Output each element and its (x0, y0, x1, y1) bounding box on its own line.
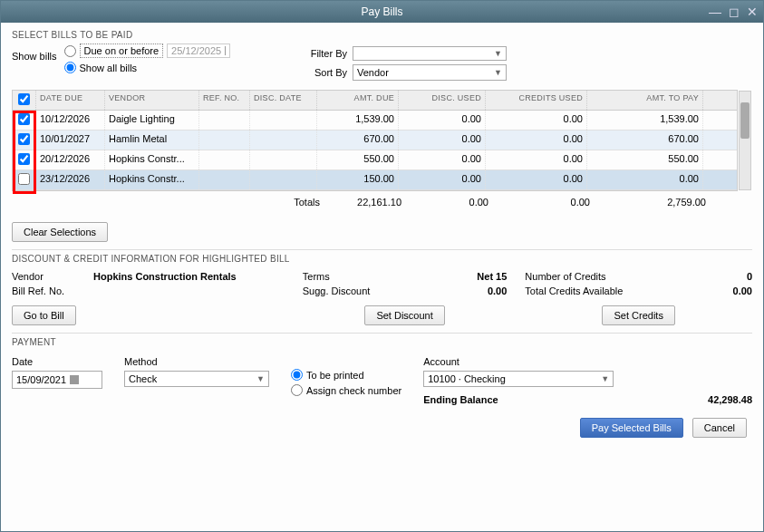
chevron-down-icon: ▼ (601, 374, 609, 383)
sort-by-dropdown[interactable]: Vendor▼ (353, 64, 507, 81)
row-checkbox[interactable] (18, 153, 30, 165)
chevron-down-icon: ▼ (494, 49, 502, 58)
filter-by-label: Filter By (302, 48, 347, 59)
pay-bills-window: Pay Bills — ◻ ✕ SELECT BILLS TO BE PAID … (0, 0, 764, 532)
table-row[interactable]: 10/01/2027 Hamlin Metal 670.00 0.00 0.00… (13, 131, 737, 150)
chevron-down-icon: ▼ (494, 68, 502, 77)
totals-row: Totals 22,161.10 0.00 0.00 2,759.00 (12, 191, 752, 213)
account-dropdown[interactable]: 10100 · Checking▼ (423, 371, 614, 387)
chevron-down-icon: ▼ (256, 374, 265, 383)
vertical-scrollbar[interactable] (739, 91, 751, 190)
maximize-icon[interactable]: ◻ (729, 5, 740, 19)
go-to-bill-button[interactable]: Go to Bill (12, 305, 76, 325)
table-row[interactable]: 10/12/2026 Daigle Lighting 1,539.00 0.00… (13, 111, 737, 131)
filter-by-dropdown[interactable]: ▼ (353, 46, 507, 61)
select-all-checkbox[interactable] (18, 93, 30, 105)
table-row[interactable]: 23/12/2026 Hopkins Constr... 150.00 0.00… (13, 170, 737, 190)
bills-table: DATE DUE VENDOR REF. NO. DISC. DATE AMT.… (12, 90, 738, 191)
vendor-value: Hopkins Construction Rentals (93, 271, 237, 282)
row-checkbox[interactable] (18, 113, 30, 125)
window-title: Pay Bills (361, 5, 402, 18)
close-icon[interactable]: ✕ (747, 5, 758, 19)
titlebar: Pay Bills — ◻ ✕ (1, 1, 763, 23)
pay-selected-button[interactable]: Pay Selected Bills (580, 418, 683, 438)
row-checkbox[interactable] (18, 133, 30, 145)
minimize-icon[interactable]: — (709, 5, 721, 19)
ending-balance-value: 42,298.48 (708, 394, 752, 405)
payment-label: PAYMENT (12, 337, 752, 347)
table-row[interactable]: 20/12/2026 Hopkins Constr... 550.00 0.00… (13, 150, 737, 170)
calendar-icon (70, 375, 79, 384)
cancel-button[interactable]: Cancel (692, 418, 747, 438)
clear-selections-button[interactable]: Clear Selections (12, 222, 108, 242)
sort-by-label: Sort By (302, 67, 347, 78)
table-body: 10/12/2026 Daigle Lighting 1,539.00 0.00… (13, 111, 737, 190)
row-checkbox[interactable] (18, 173, 30, 185)
method-dropdown[interactable]: Check▼ (124, 371, 269, 387)
select-bills-label: SELECT BILLS TO BE PAID (12, 30, 752, 40)
payment-date-input[interactable]: 15/09/2021 (12, 371, 102, 389)
to-be-printed-radio[interactable] (291, 369, 303, 381)
set-discount-button[interactable]: Set Discount (364, 305, 444, 325)
assign-check-radio[interactable] (291, 384, 303, 396)
table-header: DATE DUE VENDOR REF. NO. DISC. DATE AMT.… (13, 91, 737, 111)
discount-info-label: DISCOUNT & CREDIT INFORMATION FOR HIGHLI… (12, 254, 752, 264)
set-credits-button[interactable]: Set Credits (602, 305, 674, 325)
